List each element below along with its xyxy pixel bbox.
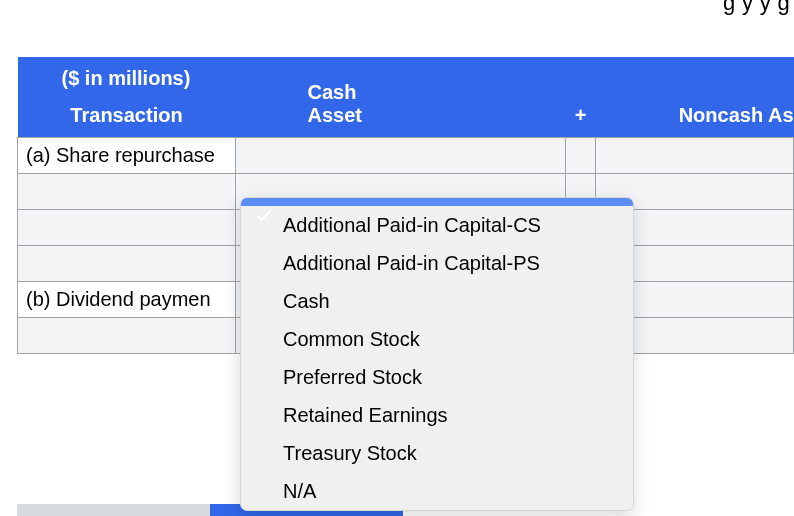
header-cash-asset: Cash Asset — [236, 57, 566, 138]
cell-transaction-blank[interactable] — [18, 174, 236, 210]
cell-transaction-blank[interactable] — [18, 210, 236, 246]
dropdown-option[interactable]: Additional Paid-in Capital-CS — [241, 206, 633, 244]
account-dropdown[interactable]: Additional Paid-in Capital-CS Additional… — [240, 197, 634, 511]
dropdown-option[interactable]: Preferred Stock — [241, 358, 633, 396]
cell-transaction-blank[interactable] — [18, 246, 236, 282]
dropdown-option-label: Treasury Stock — [283, 442, 417, 464]
partial-header-text: g y y g — [723, 0, 790, 16]
pagination-segment-inactive[interactable] — [17, 504, 210, 516]
dropdown-option-label: N/A — [283, 480, 316, 502]
cell-cash-a1[interactable] — [236, 138, 566, 174]
dropdown-option-label: Common Stock — [283, 328, 420, 350]
cell-transaction-a: (a) Share repurchase — [18, 138, 236, 174]
cash-line2: Asset — [308, 104, 566, 127]
dropdown-option[interactable]: Common Stock — [241, 320, 633, 358]
dropdown-option-label: Additional Paid-in Capital-CS — [283, 214, 541, 236]
header-noncash: Noncash As — [596, 57, 794, 138]
dropdown-option-label: Retained Earnings — [283, 404, 448, 426]
header-transaction: ($ in millions) Transaction — [18, 57, 236, 138]
cell-transaction-blank[interactable] — [18, 318, 236, 354]
transaction-header-label: Transaction — [18, 104, 236, 127]
table-header: ($ in millions) Transaction Cash Asset +… — [18, 57, 794, 138]
dropdown-option[interactable]: Cash — [241, 282, 633, 320]
cell-transaction-b: (b) Dividend paymen — [18, 282, 236, 318]
dropdown-option[interactable]: N/A — [241, 472, 633, 510]
table-row: (a) Share repurchase — [18, 138, 794, 174]
dropdown-option[interactable]: Retained Earnings — [241, 396, 633, 434]
cell-noncash-a1[interactable] — [596, 138, 794, 174]
dropdown-option-label: Cash — [283, 290, 330, 312]
header-plus: + — [566, 57, 596, 138]
cell-plus-a1[interactable] — [566, 138, 596, 174]
dropdown-option-label: Additional Paid-in Capital-PS — [283, 252, 540, 274]
dropdown-option-label: Preferred Stock — [283, 366, 422, 388]
dropdown-option[interactable]: Treasury Stock — [241, 434, 633, 472]
currency-note: ($ in millions) — [18, 57, 236, 104]
dropdown-option[interactable]: Additional Paid-in Capital-PS — [241, 244, 633, 282]
dropdown-option-blank[interactable] — [241, 198, 633, 206]
cash-line1: Cash — [308, 81, 566, 104]
